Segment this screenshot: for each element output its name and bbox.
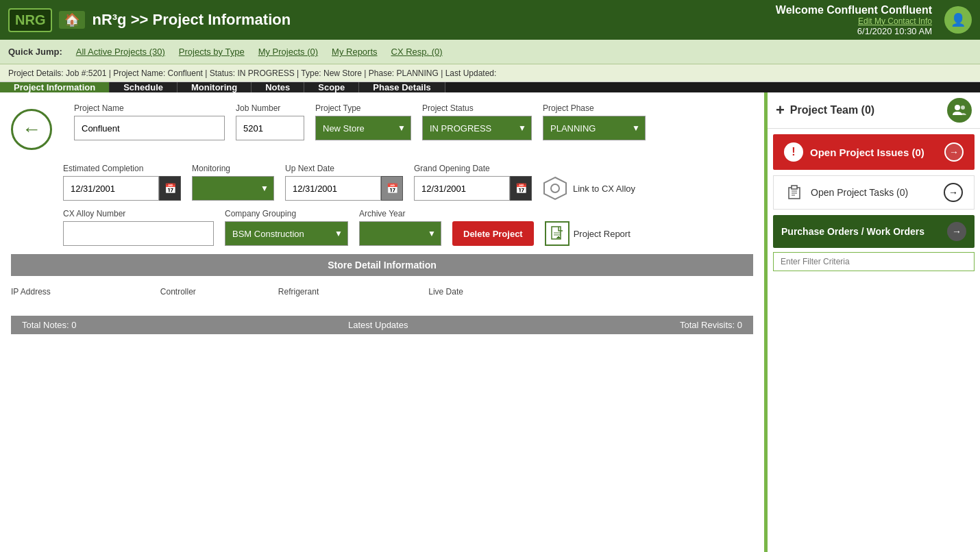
project-report-label: Project Report	[574, 229, 630, 239]
project-team-label: Project Team (0)	[790, 104, 942, 116]
up-next-date-wrapper: 📅	[285, 176, 403, 201]
tab-label-monitoring: Monitoring	[191, 82, 237, 92]
grand-opening-date-wrapper: 📅	[414, 176, 532, 201]
svg-point-6	[961, 105, 965, 110]
up-next-date-calendar-btn[interactable]: 📅	[381, 176, 403, 201]
job-number-input[interactable]	[236, 116, 304, 140]
monitoring-label: Monitoring	[192, 164, 274, 173]
issues-arrow-icon: →	[944, 142, 964, 162]
project-phase-select-wrapper: PLANNING DESIGN CONSTRUCTION ▼	[543, 116, 646, 140]
content-area: ← Project Name Job Number Project Type N…	[0, 92, 980, 552]
job-number-group: Job Number	[236, 103, 304, 140]
team-icon	[947, 98, 972, 123]
tasks-arrow-icon: →	[944, 183, 963, 202]
grand-opening-input[interactable]	[414, 176, 510, 201]
back-button[interactable]: ←	[11, 109, 52, 150]
project-details-text: Project Details: Job #:5201 | Project Na…	[8, 68, 496, 78]
open-project-tasks-label: Open Project Tasks (0)	[811, 187, 937, 198]
nav-by-type[interactable]: Projects by Type	[179, 47, 245, 57]
nav-bar: Quick Jump: All Active Projects (30) Pro…	[0, 40, 980, 64]
project-team-header: + Project Team (0)	[768, 92, 980, 129]
tab-project-information[interactable]: Project Information	[0, 82, 110, 92]
form-row-2: Estimated Completion 📅 Monitoring Option…	[63, 164, 753, 201]
tasks-clipboard-icon	[785, 183, 804, 202]
avatar: 👤	[944, 6, 972, 34]
home-icon-btn[interactable]: 🏠	[59, 11, 85, 29]
controller-label: Controller	[160, 287, 196, 297]
project-report-btn[interactable]: Project Report	[545, 221, 630, 246]
company-grouping-label: Company Grouping	[225, 209, 348, 218]
up-next-date-input[interactable]	[285, 176, 381, 201]
estimated-completion-input[interactable]	[63, 176, 159, 201]
tab-schedule[interactable]: Schedule	[110, 82, 177, 92]
svg-marker-0	[544, 177, 566, 199]
nav-my-reports[interactable]: My Reports	[332, 47, 377, 57]
back-button-container: ←	[11, 109, 63, 155]
project-status-label: Project Status	[422, 103, 532, 113]
link-cx-alloy-label: Link to CX Alloy	[573, 184, 635, 194]
open-project-issues-button[interactable]: ! Open Project Issues (0) →	[773, 134, 975, 170]
job-number-label: Job Number	[236, 103, 304, 113]
nav-all-active[interactable]: All Active Projects (30)	[76, 47, 165, 57]
po-filter-input[interactable]	[773, 252, 975, 271]
grand-opening-label: Grand Opening Date	[414, 164, 532, 173]
delete-project-button[interactable]: Delete Project	[452, 221, 534, 246]
project-status-select[interactable]: IN PROGRESS COMPLETE ON HOLD	[422, 116, 532, 140]
grand-opening-calendar-btn[interactable]: 📅	[510, 176, 532, 201]
po-header: Purchase Orders / Work Orders →	[773, 215, 975, 248]
store-detail-row: IP Address Controller Refrigerant Live D…	[11, 281, 753, 302]
estimated-completion-date-wrapper: 📅	[63, 176, 181, 201]
form-row-1: ← Project Name Job Number Project Type N…	[11, 103, 753, 155]
estimated-completion-calendar-btn[interactable]: 📅	[159, 176, 181, 201]
project-details-bar: Project Details: Job #:5201 | Project Na…	[0, 64, 980, 82]
link-cx-alloy-btn[interactable]: Link to CX Alloy	[543, 176, 635, 201]
team-people-icon	[952, 103, 967, 118]
tabs-bar: Project Information Schedule Monitoring …	[0, 82, 980, 92]
tab-scope[interactable]: Scope	[304, 82, 359, 92]
total-revisits: Total Revisits: 0	[680, 320, 742, 330]
estimated-completion-group: Estimated Completion 📅	[63, 164, 181, 201]
project-type-select[interactable]: New Store Remodel Service	[315, 116, 411, 140]
tab-label-scope: Scope	[318, 82, 345, 92]
latest-updates: Latest Updates	[348, 320, 408, 330]
company-grouping-group: Company Grouping BSM Construction Other …	[225, 209, 348, 246]
header-left: NRG 🏠 nR³g >> Project Information	[8, 8, 291, 32]
nav-cx-resp[interactable]: CX Resp. (0)	[391, 47, 443, 57]
archive-year-select[interactable]: 2020 2021	[359, 221, 441, 246]
nav-my-projects[interactable]: My Projects (0)	[258, 47, 318, 57]
open-project-tasks-button[interactable]: Open Project Tasks (0) →	[773, 175, 975, 210]
add-team-member-button[interactable]: +	[776, 101, 785, 119]
left-panel: ← Project Name Job Number Project Type N…	[0, 92, 765, 552]
tab-label-notes: Notes	[265, 82, 290, 92]
tab-monitoring[interactable]: Monitoring	[177, 82, 252, 92]
project-phase-label: Project Phase	[543, 103, 646, 113]
form-row-3: CX Alloy Number Company Grouping BSM Con…	[63, 209, 753, 246]
company-grouping-select[interactable]: BSM Construction Other	[225, 221, 348, 246]
up-next-date-label: Up Next Date	[285, 164, 403, 173]
grand-opening-group: Grand Opening Date 📅	[414, 164, 532, 201]
tab-phase-details[interactable]: Phase Details	[359, 82, 445, 92]
company-grouping-select-wrapper: BSM Construction Other ▼	[225, 221, 348, 246]
edit-contact-link[interactable]: Edit My Contact Info	[776, 16, 932, 26]
project-phase-select[interactable]: PLANNING DESIGN CONSTRUCTION	[543, 116, 646, 140]
logo-text: nR³g	[92, 11, 126, 28]
tab-notes[interactable]: Notes	[252, 82, 304, 92]
po-arrow-icon[interactable]: →	[947, 222, 966, 241]
datetime: 6/1/2020 10:30 AM	[776, 26, 932, 36]
report-svg-icon	[550, 226, 565, 241]
main-layout: Project Information Schedule Monitoring …	[0, 82, 980, 552]
cx-alloy-number-input[interactable]	[63, 221, 214, 246]
monitoring-select[interactable]: Option 1	[192, 176, 274, 201]
open-project-issues-label: Open Project Issues (0)	[810, 147, 938, 158]
svg-point-5	[955, 105, 960, 110]
monitoring-group: Monitoring Option 1 ▼	[192, 164, 274, 201]
up-next-date-group: Up Next Date 📅	[285, 164, 403, 201]
project-type-label: Project Type	[315, 103, 411, 113]
project-type-select-wrapper: New Store Remodel Service ▼	[315, 116, 411, 140]
project-name-input[interactable]	[74, 116, 225, 140]
cx-alloy-number-group: CX Alloy Number	[63, 209, 214, 246]
tab-label-project-information: Project Information	[14, 82, 95, 92]
cx-alloy-number-label: CX Alloy Number	[63, 209, 214, 218]
project-name-group: Project Name	[74, 103, 225, 140]
header-title: >> Project Information	[131, 11, 291, 28]
